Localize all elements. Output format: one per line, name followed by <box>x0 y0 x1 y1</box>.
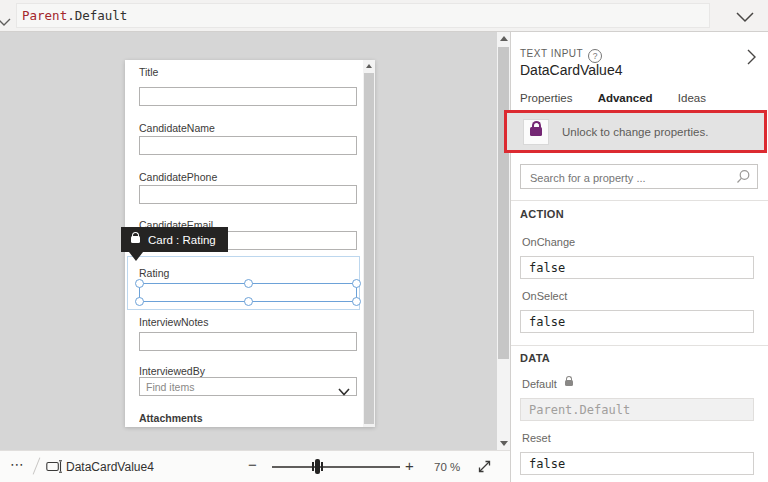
powerapps-studio: Parent.Default Title CandidateName Candi… <box>0 0 768 482</box>
tab-properties[interactable]: Properties <box>520 92 572 104</box>
section-divider <box>511 200 768 201</box>
card-scroll-up-button[interactable] <box>363 60 375 73</box>
design-canvas[interactable]: Title CandidateName CandidatePhone Candi… <box>0 32 510 450</box>
field-input-title[interactable] <box>139 87 357 106</box>
selected-control-name: DataCardValue4 <box>520 62 622 78</box>
property-search-input[interactable] <box>528 166 732 189</box>
prop-input-default <box>520 398 754 421</box>
tab-ideas[interactable]: Ideas <box>678 92 706 104</box>
zoom-slider-thumb[interactable] <box>315 459 320 474</box>
zoom-slider-track[interactable] <box>272 466 400 468</box>
breadcrumb-selected-control[interactable]: DataCardValue4 <box>66 460 154 474</box>
selection-handle-bottom-center[interactable] <box>244 297 253 306</box>
fit-to-window-icon[interactable] <box>477 459 492 478</box>
field-input-candidatename[interactable] <box>139 136 357 155</box>
field-label-rating: Rating <box>139 267 169 279</box>
field-label-attachments: Attachments <box>139 412 203 424</box>
text-input-control-icon <box>46 459 63 478</box>
lock-icon <box>565 380 573 386</box>
selection-handle-bottom-right[interactable] <box>352 297 361 306</box>
prop-label-default: Default <box>522 378 557 390</box>
card-scrollbar[interactable] <box>363 60 375 427</box>
card-scrollbar-thumb[interactable] <box>364 73 374 424</box>
zoom-percentage: 70 % <box>434 461 460 473</box>
field-input-candidatephone[interactable] <box>139 185 357 204</box>
property-dropdown-chevron-icon[interactable] <box>0 12 11 30</box>
selection-handle-top-left[interactable] <box>135 279 144 288</box>
field-input-interviewnotes[interactable] <box>139 332 357 351</box>
formula-object-token: Parent <box>22 8 67 23</box>
chevron-down-icon[interactable] <box>338 382 350 400</box>
section-header-action: ACTION <box>520 208 564 220</box>
zoom-in-button[interactable]: + <box>405 457 414 474</box>
search-icon[interactable] <box>735 169 751 189</box>
lock-icon <box>131 236 140 243</box>
prop-input-reset[interactable] <box>520 452 754 475</box>
prop-input-onchange[interactable] <box>520 256 754 279</box>
unlock-banner-text: Unlock to change properties. <box>562 126 708 138</box>
properties-panel: TEXT INPUT DataCardValue4 Properties Adv… <box>510 32 768 482</box>
prop-input-onselect[interactable] <box>520 310 754 333</box>
formula-bar-expand-chevron-icon[interactable] <box>736 9 754 27</box>
field-label-interviewedby: InterviewedBy <box>139 365 205 377</box>
prop-label-onchange: OnChange <box>522 236 575 248</box>
formula-bar[interactable]: Parent.Default <box>0 0 768 32</box>
lock-icon <box>530 127 542 136</box>
prop-label-reset: Reset <box>522 432 551 444</box>
property-search[interactable] <box>520 164 758 189</box>
field-label-title: Title <box>139 66 158 78</box>
more-options-button[interactable]: ⋯ <box>10 456 25 472</box>
zoom-out-button[interactable]: − <box>248 456 257 473</box>
field-label-interviewnotes: InterviewNotes <box>139 316 208 328</box>
unlock-banner[interactable]: Unlock to change properties. <box>523 118 760 145</box>
status-bar: ⋯ DataCardValue4 − + 70 % <box>0 450 510 482</box>
card-tooltip: Card : Rating <box>121 227 228 252</box>
field-combobox-interviewedby[interactable]: Find items <box>139 377 357 396</box>
formula-expression[interactable]: Parent.Default <box>22 8 127 23</box>
canvas-scroll-up-button[interactable] <box>497 32 510 45</box>
selection-handle-bottom-left[interactable] <box>135 297 144 306</box>
card-tooltip-arrow <box>121 252 143 261</box>
breadcrumb-separator <box>33 457 41 474</box>
field-label-candidatephone: CandidatePhone <box>139 171 217 183</box>
canvas-scroll-down-button[interactable] <box>497 437 510 450</box>
collapse-panel-chevron-right-icon[interactable] <box>747 49 756 69</box>
card-tooltip-text: Card : Rating <box>148 234 216 246</box>
section-divider <box>511 345 768 346</box>
formula-member-token: .Default <box>67 8 127 23</box>
canvas-scrollbar-thumb[interactable] <box>498 47 509 359</box>
tab-advanced[interactable]: Advanced <box>598 92 653 104</box>
panel-tabs: Properties Advanced Ideas <box>520 92 728 104</box>
prop-label-onselect: OnSelect <box>522 290 567 302</box>
help-icon[interactable] <box>588 49 602 63</box>
canvas-scrollbar[interactable] <box>497 32 510 450</box>
combobox-placeholder: Find items <box>146 381 194 393</box>
highlight-red-border: Unlock to change properties. <box>504 110 767 153</box>
selection-handle-top-right[interactable] <box>352 279 361 288</box>
control-type-label: TEXT INPUT <box>520 48 602 63</box>
field-label-candidatename: CandidateName <box>139 122 215 134</box>
selection-handle-top-center[interactable] <box>244 279 253 288</box>
lock-icon-tile <box>523 119 549 145</box>
section-header-data: DATA <box>520 352 550 364</box>
